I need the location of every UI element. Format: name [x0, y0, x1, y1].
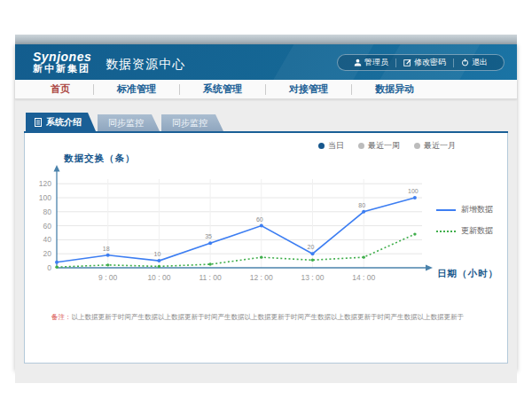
logout-label: 退出 [472, 57, 488, 68]
page: Synjones 新中新集团 数据资源中心 管理员 修改密码 退出 [0, 0, 532, 399]
change-password-button[interactable]: 修改密码 [396, 57, 453, 68]
svg-text:0: 0 [47, 263, 51, 272]
radio-last-month[interactable]: 最近一月 [414, 140, 456, 152]
svg-text:80: 80 [358, 202, 365, 208]
user-menu[interactable]: 管理员 [347, 57, 395, 68]
content-area: 系统介绍 同步监控 同步监控 当日 最近 [15, 113, 517, 383]
user-toolbar: 管理员 修改密码 退出 [337, 54, 505, 71]
change-password-label: 修改密码 [414, 57, 446, 68]
svg-text:100: 100 [39, 193, 51, 202]
radio-label: 最近一周 [368, 140, 400, 152]
line-chart: 0204060801001209 : 0010 : 0011 : 0012 : … [35, 163, 483, 294]
legend-item-updated-data: 更新数据 [436, 225, 493, 237]
brand-logo: Synjones 新中新集团 [33, 51, 91, 74]
radio-label: 当日 [328, 140, 344, 152]
svg-text:11 : 00: 11 : 00 [199, 273, 222, 282]
tab-sync-monitor-1[interactable]: 同步监控 [98, 114, 160, 131]
header: Synjones 新中新集团 数据资源中心 管理员 修改密码 退出 [15, 44, 517, 80]
radio-dot [358, 143, 364, 149]
edit-icon [403, 59, 411, 66]
radio-last-week[interactable]: 最近一周 [358, 140, 400, 152]
footer-note: 备注：以上数据更新于时间产生数据以上数据更新于时间产生数据以上数据更新于时间产生… [51, 313, 495, 322]
legend-label: 更新数据 [461, 225, 493, 237]
radio-label: 最近一月 [424, 140, 456, 152]
legend-line-solid [436, 209, 456, 211]
tab-sync-monitor-2[interactable]: 同步监控 [161, 114, 223, 131]
nav-item-standard-mgmt[interactable]: 标准管理 [94, 82, 179, 96]
user-name: 管理员 [364, 57, 388, 68]
nav-item-system-mgmt[interactable]: 系统管理 [180, 82, 265, 96]
app-window: Synjones 新中新集团 数据资源中心 管理员 修改密码 退出 [15, 44, 517, 371]
svg-text:12 : 00: 12 : 00 [250, 273, 273, 282]
svg-text:120: 120 [39, 179, 51, 188]
svg-text:20: 20 [43, 249, 52, 258]
tab-label: 同步监控 [108, 117, 144, 129]
svg-text:60: 60 [256, 216, 263, 223]
nav-item-data-change[interactable]: 数据异动 [352, 82, 437, 96]
radio-dot [318, 143, 325, 149]
svg-text:18: 18 [103, 246, 110, 252]
svg-text:80: 80 [43, 207, 52, 216]
svg-text:10 : 00: 10 : 00 [147, 273, 170, 282]
brand-logo-en: Synjones [33, 51, 91, 64]
user-icon [354, 59, 362, 66]
svg-text:40: 40 [43, 235, 52, 244]
brand-logo-cn: 新中新集团 [33, 64, 91, 74]
power-icon [461, 59, 469, 66]
main-nav: 首页 标准管理 系统管理 对接管理 数据异动 [15, 80, 517, 99]
svg-text:100: 100 [408, 188, 419, 194]
tab-system-intro[interactable]: 系统介绍 [26, 113, 96, 131]
svg-text:20: 20 [308, 244, 315, 250]
svg-text:9 : 00: 9 : 00 [98, 273, 118, 282]
footer-note-text: 以上数据更新于时间产生数据以上数据更新于时间产生数据以上数据更新于时间产生数据以… [72, 313, 465, 321]
nav-item-home[interactable]: 首页 [27, 82, 93, 96]
radio-dot [414, 143, 420, 149]
chart-panel: 当日 最近一周 最近一月 数据交换（条） 日期（小时） 020406080100… [24, 133, 508, 364]
series-legend: 新增数据 更新数据 [436, 204, 493, 246]
range-filter-group: 当日 最近一周 最近一月 [318, 140, 456, 152]
legend-item-new-data: 新增数据 [436, 204, 493, 215]
svg-text:10: 10 [154, 251, 161, 257]
document-icon [35, 118, 42, 127]
logout-button[interactable]: 退出 [454, 57, 495, 68]
page-title: 数据资源中心 [106, 57, 185, 73]
svg-text:35: 35 [205, 233, 212, 239]
svg-text:13 : 00: 13 : 00 [301, 273, 325, 282]
tab-label: 同步监控 [172, 117, 207, 129]
footer-note-label: 备注： [51, 313, 72, 321]
legend-line-dotted [436, 231, 456, 232]
svg-text:14 : 00: 14 : 00 [352, 273, 375, 282]
nav-item-interface-mgmt[interactable]: 对接管理 [266, 82, 351, 96]
radio-today[interactable]: 当日 [318, 140, 344, 152]
svg-text:60: 60 [43, 222, 52, 231]
tab-label: 系统介绍 [46, 116, 82, 129]
legend-label: 新增数据 [461, 204, 493, 215]
tab-bar: 系统介绍 同步监控 同步监控 [26, 113, 508, 131]
top-band [15, 35, 517, 44]
